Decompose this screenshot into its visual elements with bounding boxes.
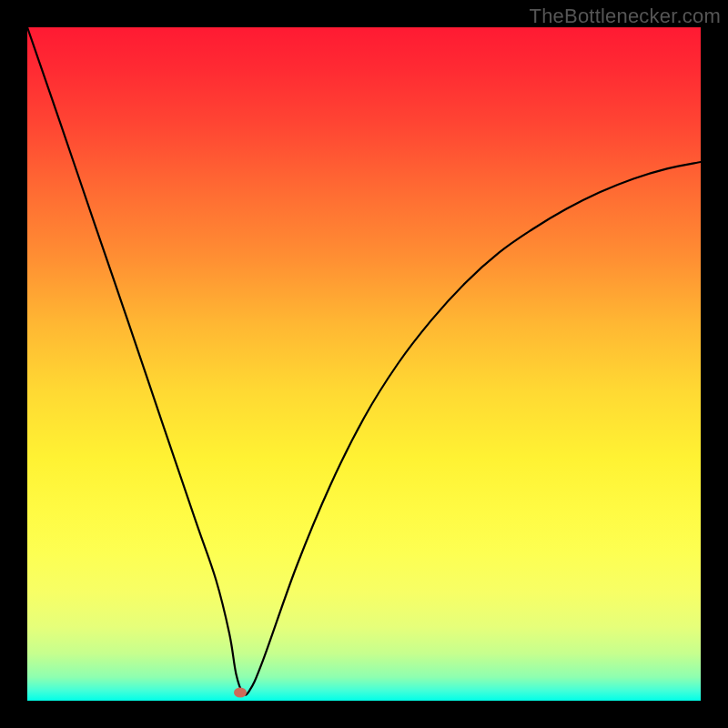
optimum-marker bbox=[234, 688, 247, 698]
attribution-label: TheBottlenecker.com bbox=[530, 5, 721, 28]
plot-area bbox=[27, 27, 701, 701]
bottleneck-curve bbox=[27, 27, 701, 701]
chart-container: TheBottlenecker.com bbox=[0, 0, 728, 728]
